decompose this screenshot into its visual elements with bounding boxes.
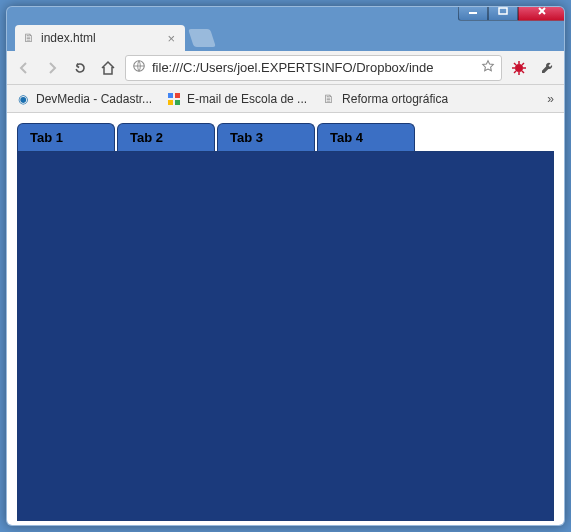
tab-panel <box>17 151 554 521</box>
globe-icon <box>132 59 146 76</box>
browser-tab-title: index.html <box>41 31 165 45</box>
home-button[interactable] <box>97 57 119 79</box>
page-content: Tab 1 Tab 2 Tab 3 Tab 4 <box>7 113 564 525</box>
url-text: file:///C:/Users/joel.EXPERTSINFO/Dropbo… <box>152 60 475 75</box>
tab-headers: Tab 1 Tab 2 Tab 3 Tab 4 <box>17 123 554 151</box>
file-icon: 🗎 <box>23 31 35 45</box>
browser-window: 🗎 index.html × file:///C:/Users/joel.EXP… <box>6 6 565 526</box>
bookmark-item[interactable]: ◉ DevMedia - Cadastr... <box>15 91 152 107</box>
tab-label: Tab 1 <box>30 130 63 145</box>
extension-button[interactable] <box>508 57 530 79</box>
bookmarks-bar: ◉ DevMedia - Cadastr... E-mail de Escola… <box>7 85 564 113</box>
tab-close-icon[interactable]: × <box>165 31 177 46</box>
google-icon <box>166 91 182 107</box>
browser-tabstrip: 🗎 index.html × <box>7 25 564 51</box>
tab-label: Tab 3 <box>230 130 263 145</box>
page-icon: 🗎 <box>321 91 337 107</box>
browser-toolbar: file:///C:/Users/joel.EXPERTSINFO/Dropbo… <box>7 51 564 85</box>
svg-rect-1 <box>499 8 507 14</box>
svg-line-10 <box>514 63 516 65</box>
svg-rect-16 <box>168 100 173 105</box>
minimize-button[interactable] <box>458 6 488 21</box>
tab-1[interactable]: Tab 1 <box>17 123 115 151</box>
bookmark-item[interactable]: 🗎 Reforma ortográfica <box>321 91 448 107</box>
back-button[interactable] <box>13 57 35 79</box>
wrench-menu-button[interactable] <box>536 57 558 79</box>
svg-rect-17 <box>175 100 180 105</box>
reload-button[interactable] <box>69 57 91 79</box>
tab-label: Tab 2 <box>130 130 163 145</box>
svg-rect-14 <box>168 93 173 98</box>
browser-tab[interactable]: 🗎 index.html × <box>15 25 185 51</box>
tab-2[interactable]: Tab 2 <box>117 123 215 151</box>
svg-line-12 <box>514 71 516 73</box>
svg-rect-15 <box>175 93 180 98</box>
bookmark-star-icon[interactable] <box>481 59 495 76</box>
bookmark-item[interactable]: E-mail de Escola de ... <box>166 91 307 107</box>
tab-4[interactable]: Tab 4 <box>317 123 415 151</box>
tab-label: Tab 4 <box>330 130 363 145</box>
window-titlebar <box>7 7 564 25</box>
svg-line-11 <box>522 71 524 73</box>
forward-button[interactable] <box>41 57 63 79</box>
page-viewport: Tab 1 Tab 2 Tab 3 Tab 4 <box>7 113 564 525</box>
svg-line-13 <box>522 63 524 65</box>
new-tab-button[interactable] <box>188 29 216 47</box>
bookmarks-overflow-button[interactable]: » <box>543 92 556 106</box>
bookmark-label: DevMedia - Cadastr... <box>36 92 152 106</box>
bookmark-label: E-mail de Escola de ... <box>187 92 307 106</box>
svg-point-5 <box>515 64 523 72</box>
tab-3[interactable]: Tab 3 <box>217 123 315 151</box>
tabs-widget: Tab 1 Tab 2 Tab 3 Tab 4 <box>17 123 554 521</box>
maximize-button[interactable] <box>488 6 518 21</box>
address-bar[interactable]: file:///C:/Users/joel.EXPERTSINFO/Dropbo… <box>125 55 502 81</box>
close-button[interactable] <box>518 6 565 21</box>
bookmark-label: Reforma ortográfica <box>342 92 448 106</box>
window-controls <box>458 6 565 21</box>
drupal-icon: ◉ <box>15 91 31 107</box>
